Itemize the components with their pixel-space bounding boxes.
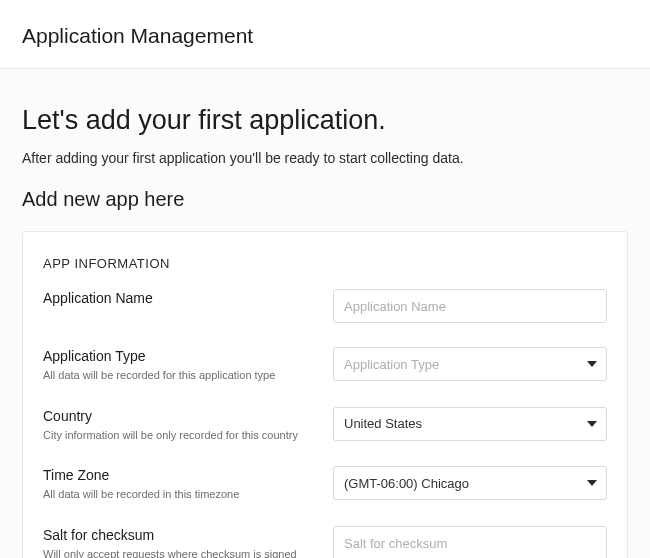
timezone-hint: All data will be recorded in this timezo… bbox=[43, 487, 317, 502]
salt-hint: Will only accept requests where checksum… bbox=[43, 547, 317, 558]
card-heading: APP INFORMATION bbox=[43, 256, 607, 271]
country-select[interactable]: United States bbox=[333, 407, 607, 441]
label-col: Country City information will be only re… bbox=[43, 407, 317, 443]
control-col: United States bbox=[333, 407, 607, 441]
timezone-select[interactable]: (GMT-06:00) Chicago bbox=[333, 466, 607, 500]
timezone-value: (GMT-06:00) Chicago bbox=[333, 466, 607, 500]
content-area: Let's add your first application. After … bbox=[0, 69, 650, 558]
country-value: United States bbox=[333, 407, 607, 441]
row-salt: Salt for checksum Will only accept reque… bbox=[43, 526, 607, 558]
label-col: Application Type All data will be record… bbox=[43, 347, 317, 383]
control-col: (GMT-06:00) Chicago bbox=[333, 466, 607, 500]
country-label: Country bbox=[43, 407, 317, 426]
page-header: Application Management bbox=[0, 0, 650, 69]
timezone-label: Time Zone bbox=[43, 466, 317, 485]
section-title: Add new app here bbox=[22, 188, 628, 211]
country-hint: City information will be only recorded f… bbox=[43, 428, 317, 443]
hero-subtitle: After adding your first application you'… bbox=[22, 150, 628, 166]
salt-label: Salt for checksum bbox=[43, 526, 317, 545]
row-country: Country City information will be only re… bbox=[43, 407, 607, 443]
application-type-select[interactable]: Application Type bbox=[333, 347, 607, 381]
app-info-card: APP INFORMATION Application Name Applica… bbox=[22, 231, 628, 558]
application-type-value: Application Type bbox=[333, 347, 607, 381]
application-type-label: Application Type bbox=[43, 347, 317, 366]
application-name-input[interactable] bbox=[333, 289, 607, 323]
application-type-hint: All data will be recorded for this appli… bbox=[43, 368, 317, 383]
label-col: Salt for checksum Will only accept reque… bbox=[43, 526, 317, 558]
control-col bbox=[333, 289, 607, 323]
control-col: Application Type bbox=[333, 347, 607, 381]
label-col: Time Zone All data will be recorded in t… bbox=[43, 466, 317, 502]
row-application-type: Application Type All data will be record… bbox=[43, 347, 607, 383]
salt-input[interactable] bbox=[333, 526, 607, 558]
page-title: Application Management bbox=[22, 24, 628, 48]
control-col bbox=[333, 526, 607, 558]
label-col: Application Name bbox=[43, 289, 317, 308]
row-timezone: Time Zone All data will be recorded in t… bbox=[43, 466, 607, 502]
hero-title: Let's add your first application. bbox=[22, 105, 628, 136]
row-application-name: Application Name bbox=[43, 289, 607, 323]
application-name-label: Application Name bbox=[43, 289, 317, 308]
